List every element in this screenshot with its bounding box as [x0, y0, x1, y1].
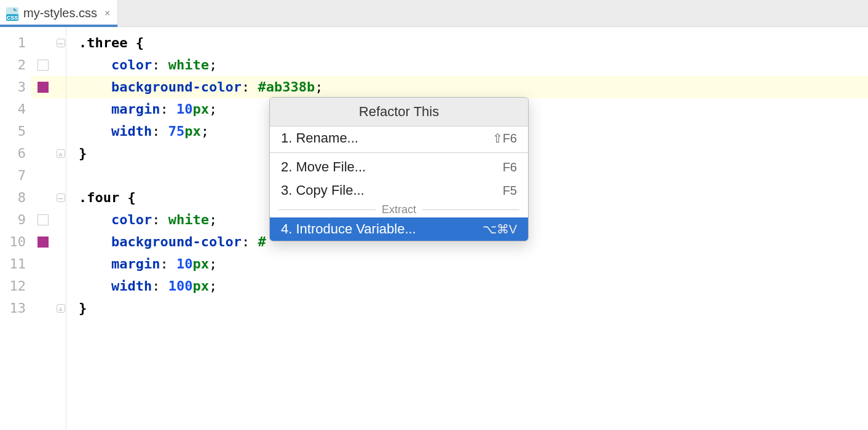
menu-item-shortcut: ⇧F6: [492, 131, 517, 146]
editor-tab[interactable]: CSS my-styles.css ×: [0, 0, 118, 26]
fold-gutter: – ▵ – ▵: [55, 27, 66, 430]
refactor-copy-file[interactable]: 3. Copy File... F5: [270, 179, 528, 202]
fold-toggle-icon[interactable]: –: [57, 194, 65, 202]
popup-title: Refactor This: [270, 98, 528, 127]
color-swatch-icon[interactable]: [37, 60, 49, 71]
refactor-rename[interactable]: 1. Rename... ⇧F6: [270, 127, 528, 150]
code-line: background-color: #ab338b;: [66, 76, 868, 98]
color-swatch-icon[interactable]: [37, 214, 49, 225]
menu-item-shortcut: ⌥⌘V: [483, 222, 517, 237]
line-number: 8: [0, 187, 31, 209]
fold-end-icon: ▵: [57, 304, 65, 313]
code-line: margin: 10px;: [66, 253, 868, 275]
line-number: 6: [0, 143, 31, 165]
line-number: 9: [0, 209, 31, 231]
refactor-move-file[interactable]: 2. Move File... F6: [270, 155, 528, 179]
refactor-introduce-variable[interactable]: 4. Introduce Variable... ⌥⌘V: [270, 217, 528, 241]
code-line: }: [66, 297, 868, 319]
code-line: color: white;: [66, 54, 868, 76]
code-editor[interactable]: 1 2 3 4 5 6 7 8 9 10 11 12 13 – ▵ – ▵ .t…: [0, 27, 868, 430]
code-line: .three {: [66, 32, 868, 54]
line-number: 5: [0, 120, 31, 143]
fold-end-icon: ▵: [57, 149, 65, 158]
line-number: 11: [0, 253, 31, 275]
svg-text:CSS: CSS: [7, 15, 18, 21]
close-tab-icon[interactable]: ×: [105, 8, 110, 19]
color-swatch-icon[interactable]: [37, 237, 49, 248]
line-number: 4: [0, 98, 31, 120]
line-number: 2: [0, 54, 31, 76]
css-file-icon: CSS: [5, 6, 20, 21]
refactor-popup: Refactor This 1. Rename... ⇧F6 2. Move F…: [269, 97, 529, 241]
menu-group-label: Extract: [270, 202, 528, 217]
line-number: 10: [0, 231, 31, 253]
line-number: 3: [0, 76, 31, 98]
line-number: 7: [0, 165, 31, 187]
tab-filename: my-styles.css: [23, 6, 97, 20]
color-swatch-gutter: [31, 27, 55, 430]
line-number: 1: [0, 32, 31, 54]
menu-item-shortcut: F5: [503, 184, 517, 198]
tab-bar: CSS my-styles.css ×: [0, 0, 868, 27]
menu-separator: [270, 152, 528, 153]
menu-item-label: 2. Move File...: [281, 159, 366, 175]
line-number: 13: [0, 297, 31, 319]
fold-toggle-icon[interactable]: –: [57, 39, 65, 47]
menu-item-label: 3. Copy File...: [281, 182, 365, 198]
menu-item-shortcut: F6: [503, 160, 517, 174]
menu-item-label: 4. Introduce Variable...: [281, 221, 416, 237]
line-number-gutter: 1 2 3 4 5 6 7 8 9 10 11 12 13: [0, 27, 31, 430]
menu-item-label: 1. Rename...: [281, 130, 358, 146]
line-number: 12: [0, 275, 31, 297]
code-line: width: 100px;: [66, 275, 868, 297]
color-swatch-icon[interactable]: [37, 82, 49, 93]
